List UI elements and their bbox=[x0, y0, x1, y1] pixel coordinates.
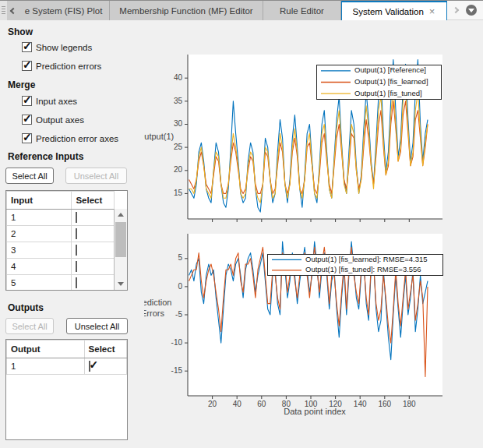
tab-system-validation[interactable]: System Validation × bbox=[341, 1, 447, 20]
scrollbar-thumb[interactable] bbox=[115, 222, 126, 257]
tab-mf-editor[interactable]: Membership Function (MF) Editor bbox=[110, 1, 263, 20]
tab-bar-right bbox=[447, 1, 483, 20]
chart-0: 152025303540Output(1)Output(1) [Referenc… bbox=[144, 55, 442, 222]
x-tick-label: 140 bbox=[354, 400, 367, 408]
scroll-down-button[interactable] bbox=[115, 278, 127, 290]
input-name: 2 bbox=[7, 226, 72, 242]
legend-entry-label: Output(1) [Reference] bbox=[354, 65, 426, 74]
input-name: 5 bbox=[7, 275, 72, 291]
document-tab-bar: e System (FIS) Plot Membership Function … bbox=[0, 0, 483, 20]
table-row: 2 bbox=[7, 226, 115, 242]
output-name: 1 bbox=[7, 358, 85, 375]
prediction-error-axes-row: Prediction error axes bbox=[22, 133, 118, 143]
caret-down-icon bbox=[468, 9, 474, 12]
table-header-row: Input Select bbox=[7, 192, 115, 210]
chevron-right-icon bbox=[453, 7, 459, 13]
input-4-select-checkbox[interactable] bbox=[76, 261, 77, 272]
input-5-select-checkbox[interactable] bbox=[76, 277, 77, 288]
select-column-header: Select bbox=[72, 192, 115, 210]
chevron-left-icon bbox=[10, 7, 16, 13]
y-tick-label: 5 bbox=[178, 253, 182, 262]
output-axes-row: Output axes bbox=[22, 115, 84, 125]
y-tick-label: 40 bbox=[174, 73, 183, 82]
input-name: 1 bbox=[7, 210, 72, 226]
input-2-select-checkbox[interactable] bbox=[76, 228, 77, 239]
y-axis-label: Output(1) bbox=[144, 132, 174, 141]
prediction-errors-checkbox[interactable] bbox=[22, 61, 32, 71]
show-legends-checkbox[interactable] bbox=[22, 42, 32, 52]
tab-fis-plot[interactable]: e System (FIS) Plot bbox=[18, 1, 110, 20]
x-tick-label: 40 bbox=[233, 400, 242, 408]
output-1-select-checkbox[interactable] bbox=[89, 361, 90, 372]
grip-icon bbox=[2, 6, 5, 15]
outputs-unselect-all-button[interactable]: Unselect All bbox=[66, 318, 128, 334]
validation-charts: 152025303540Output(1)Output(1) [Referenc… bbox=[144, 20, 483, 448]
tab-close-icon[interactable]: × bbox=[428, 6, 436, 16]
legend-entry-label: Output(1) [fis_learned]: RMSE=4.315 bbox=[305, 255, 428, 263]
legend: Output(1) [Reference]Output(1) [fis_lear… bbox=[317, 65, 442, 100]
table-row: 1 bbox=[7, 210, 115, 226]
input-axes-row: Input axes bbox=[22, 96, 77, 106]
table-scrollbar[interactable] bbox=[114, 209, 127, 290]
tab-overflow-button[interactable] bbox=[466, 5, 477, 16]
x-tick-label: 160 bbox=[378, 400, 391, 408]
y-tick-label: 20 bbox=[174, 165, 183, 174]
input-1-select-checkbox[interactable] bbox=[76, 212, 77, 223]
x-tick-label: 60 bbox=[257, 400, 266, 408]
output-axes-label: Output axes bbox=[36, 115, 84, 125]
legend-entry-label: Output(1) [fis_tuned] bbox=[354, 89, 422, 97]
show-legends-row: Show legends bbox=[22, 42, 92, 52]
y-tick-label: 35 bbox=[174, 97, 183, 105]
x-axis-label: Data point index bbox=[284, 407, 346, 416]
output-column-header: Output bbox=[7, 340, 85, 358]
prediction-errors-label: Prediction errors bbox=[36, 62, 101, 71]
y-tick-label: -5 bbox=[175, 310, 182, 319]
select-column-header: Select bbox=[84, 340, 126, 358]
table-row: 1 bbox=[7, 358, 127, 375]
tab-label: System Validation bbox=[353, 7, 424, 16]
y-tick-label: 25 bbox=[174, 143, 183, 151]
merge-section-title: Merge bbox=[8, 79, 35, 90]
input-name: 3 bbox=[7, 242, 72, 259]
tabs-scroll-left-button[interactable] bbox=[7, 1, 18, 20]
tab-grip bbox=[0, 1, 7, 20]
table-row: 3 bbox=[7, 242, 115, 259]
prediction-error-axes-checkbox[interactable] bbox=[22, 133, 32, 143]
prediction-errors-row: Prediction errors bbox=[22, 61, 101, 71]
tabs-scroll-right-button[interactable] bbox=[451, 8, 462, 12]
input-column-header: Input bbox=[7, 192, 72, 210]
y-tick-label: -10 bbox=[171, 338, 183, 347]
output-axes-checkbox[interactable] bbox=[22, 115, 32, 125]
y-axis-label: Errors bbox=[144, 309, 164, 318]
scroll-up-button[interactable] bbox=[115, 209, 127, 220]
reference-inputs-table: Input Select 1 2 3 4 5 bbox=[5, 190, 128, 291]
input-3-select-checkbox[interactable] bbox=[76, 245, 77, 256]
tab-label: Rule Editor bbox=[280, 6, 324, 16]
reference-inputs-unselect-all-button: Unselect All bbox=[65, 168, 127, 184]
triangle-down-icon bbox=[118, 282, 124, 286]
input-axes-label: Input axes bbox=[36, 97, 77, 106]
chart-1: -15-10-50520406080100120140160180Predict… bbox=[144, 234, 443, 416]
y-tick-label: 15 bbox=[174, 189, 183, 197]
x-tick-label: 20 bbox=[208, 400, 217, 408]
input-axes-checkbox[interactable] bbox=[22, 96, 32, 106]
legend: Output(1) [fis_learned]: RMSE=4.315Outpu… bbox=[268, 255, 443, 276]
table-header-row: Output Select bbox=[7, 340, 127, 358]
tab-rule-editor[interactable]: Rule Editor bbox=[263, 1, 341, 20]
show-section-title: Show bbox=[8, 26, 33, 37]
table-row: 4 bbox=[7, 259, 115, 275]
legend-entry-label: Output(1) [fis_tuned]: RMSE=3.556 bbox=[305, 265, 421, 273]
y-tick-label: -15 bbox=[171, 366, 183, 375]
y-tick-label: 0 bbox=[178, 282, 182, 291]
legend-entry-label: Output(1) [fis_learned] bbox=[354, 77, 428, 86]
y-axis-label: Prediction bbox=[144, 298, 171, 307]
x-tick-label: 180 bbox=[403, 400, 416, 408]
outputs-section-title: Outputs bbox=[8, 302, 44, 313]
outputs-table: Output Select 1 bbox=[5, 339, 128, 440]
table-row: 5 bbox=[7, 275, 115, 291]
reference-inputs-select-all-button[interactable]: Select All bbox=[5, 168, 54, 184]
tab-label: e System (FIS) Plot bbox=[25, 6, 103, 16]
y-tick-label: 30 bbox=[174, 119, 183, 128]
tab-label: Membership Function (MF) Editor bbox=[119, 6, 252, 16]
triangle-up-icon bbox=[118, 213, 124, 217]
